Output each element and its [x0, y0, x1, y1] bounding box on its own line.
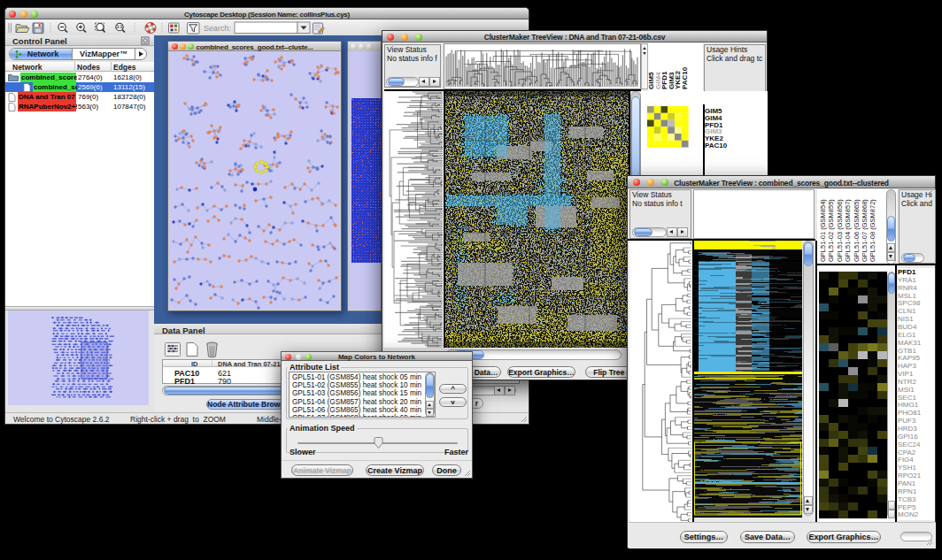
- svg-text:GPL51-06 (GSM865): GPL51-06 (GSM865): [853, 199, 861, 262]
- svg-text:GPL51-01 (GSM854): GPL51-01 (GSM854): [819, 199, 827, 262]
- svg-text:PAC10: PAC10: [681, 66, 689, 89]
- svg-text:GPL51-08 (GSM872): GPL51-08 (GSM872): [869, 199, 876, 262]
- svg-text:GPL51-03 (GSM856): GPL51-03 (GSM856): [836, 199, 844, 262]
- svg-text:GPL51-02 (GSM855): GPL51-02 (GSM855): [827, 199, 835, 262]
- svg-text:1:1: 1:1: [117, 25, 123, 29]
- svg-text:GPL51-07 (GSM868): GPL51-07 (GSM868): [861, 199, 869, 262]
- svg-text:GPL51-04 (GSM857): GPL51-04 (GSM857): [844, 199, 852, 262]
- svg-text:Search:: Search:: [204, 24, 231, 33]
